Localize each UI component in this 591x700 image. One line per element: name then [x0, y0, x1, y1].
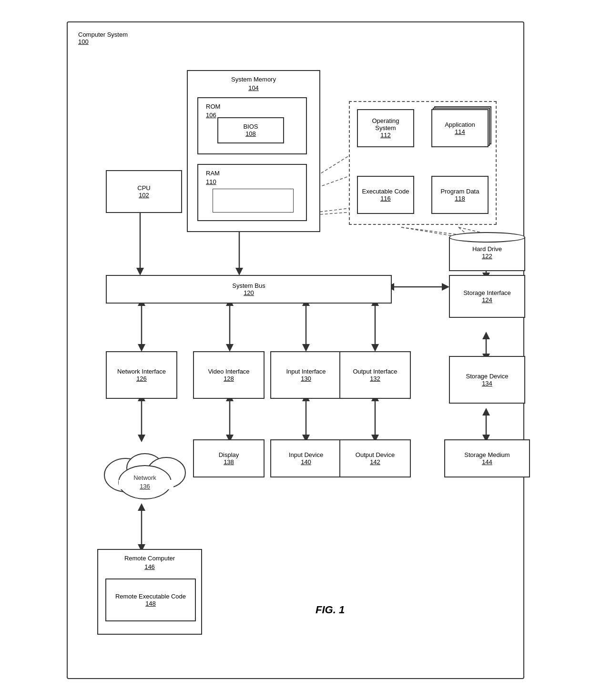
- ram-inner-box: [213, 189, 294, 213]
- figure-label: FIG. 1: [316, 604, 345, 616]
- executable-code-number: 116: [380, 195, 391, 202]
- output-device-number: 142: [370, 458, 380, 466]
- bios-number: 108: [245, 130, 256, 137]
- input-device-label: Input Device: [289, 451, 323, 458]
- storage-device-number: 134: [482, 380, 492, 387]
- input-device-number: 140: [301, 458, 311, 466]
- input-interface-label: Input Interface: [286, 368, 326, 375]
- system-bus-label: System Bus: [232, 282, 265, 289]
- output-device-box: Output Device 142: [339, 439, 411, 477]
- diagram-page: CPU Computer System 100: [67, 21, 524, 679]
- application-box: Application 114: [431, 109, 489, 147]
- svg-marker-11: [138, 344, 145, 352]
- svg-marker-23: [442, 283, 449, 291]
- output-interface-label: Output Interface: [353, 368, 397, 375]
- ram-label: RAM: [206, 170, 220, 177]
- svg-marker-14: [226, 344, 234, 352]
- hard-drive-label: Hard Drive: [472, 245, 502, 253]
- storage-device-label: Storage Device: [466, 373, 509, 380]
- bios-box: BIOS 108: [217, 117, 284, 143]
- video-interface-number: 128: [224, 375, 234, 382]
- storage-interface-number: 124: [482, 296, 492, 304]
- rom-box: ROM 106 BIOS 108: [197, 97, 307, 154]
- svg-marker-28: [482, 332, 490, 339]
- svg-marker-20: [371, 344, 379, 352]
- cpu-number: 102: [139, 192, 149, 199]
- diagram-title: CPU Computer System 100: [78, 31, 128, 45]
- os-box: Operating System 112: [357, 109, 414, 147]
- rom-label: ROM: [206, 103, 220, 110]
- svg-text:136: 136: [140, 483, 150, 490]
- network-interface-number: 126: [136, 375, 147, 382]
- input-interface-box: Input Interface 130: [270, 351, 342, 399]
- network-interface-box: Network Interface 126: [106, 351, 177, 399]
- svg-marker-46: [138, 503, 145, 511]
- hard-drive-container: Hard Drive 122: [449, 232, 525, 280]
- cpu-box: CPU 102: [106, 170, 182, 213]
- storage-device-box: Storage Device 134: [449, 356, 525, 404]
- remote-computer-number: 146: [144, 563, 155, 570]
- display-number: 138: [224, 458, 234, 466]
- output-device-label: Output Device: [356, 451, 395, 458]
- storage-medium-box: Storage Medium 144: [444, 439, 530, 477]
- svg-marker-8: [235, 268, 243, 275]
- storage-interface-box: Storage Interface 124: [449, 275, 525, 318]
- system-memory-number: 104: [248, 84, 259, 91]
- remote-executable-box: Remote Executable Code 148: [105, 578, 196, 621]
- hard-drive-label-container: Hard Drive 122: [450, 245, 524, 260]
- application-stack: Application 114: [431, 109, 489, 147]
- storage-medium-number: 144: [482, 458, 492, 466]
- display-label: Display: [219, 451, 239, 458]
- remote-computer-label: Remote Computer: [124, 555, 175, 562]
- video-interface-label: Video Interface: [208, 368, 249, 375]
- system-bus-box: System Bus 120: [106, 275, 392, 304]
- application-number: 114: [455, 128, 465, 135]
- application-label: Application: [445, 121, 475, 128]
- network-cloud-svg: Network 136: [97, 437, 193, 504]
- executable-code-box: Executable Code 116: [357, 176, 414, 214]
- remote-executable-number: 148: [145, 600, 156, 607]
- storage-medium-label: Storage Medium: [464, 451, 509, 458]
- hard-drive-number: 122: [482, 253, 492, 260]
- storage-interface-label: Storage Interface: [463, 289, 511, 296]
- system-memory-box: System Memory 104 ROM 106 BIOS 108 RAM 1…: [187, 70, 320, 232]
- title-number: 100: [78, 38, 89, 45]
- input-interface-number: 130: [301, 375, 311, 382]
- program-data-label: Program Data: [441, 188, 479, 195]
- os-label: Operating System: [362, 117, 409, 132]
- bios-label: BIOS: [243, 123, 258, 130]
- output-interface-number: 132: [370, 375, 380, 382]
- system-bus-number: 120: [244, 289, 254, 296]
- ram-number: 110: [206, 178, 216, 185]
- program-data-box: Program Data 118: [431, 176, 489, 214]
- svg-marker-5: [136, 268, 144, 275]
- software-group-box: Operating System 112 Application 114 Exe…: [349, 101, 497, 225]
- title-text: Computer System: [78, 31, 128, 38]
- svg-marker-17: [302, 344, 310, 352]
- network-interface-label: Network Interface: [117, 368, 166, 375]
- svg-text:Network: Network: [133, 474, 156, 481]
- rom-number: 106: [206, 112, 216, 119]
- os-number: 112: [380, 132, 391, 139]
- remote-computer-box: Remote Computer 146 Remote Executable Co…: [97, 549, 202, 635]
- hard-drive-top: [449, 232, 525, 243]
- program-data-number: 118: [455, 195, 465, 202]
- video-interface-box: Video Interface 128: [193, 351, 265, 399]
- ram-box: RAM 110: [197, 164, 307, 221]
- input-device-box: Input Device 140: [270, 439, 342, 477]
- display-box: Display 138: [193, 439, 265, 477]
- svg-marker-31: [482, 408, 490, 416]
- remote-executable-label: Remote Executable Code: [115, 593, 186, 600]
- output-interface-box: Output Interface 132: [339, 351, 411, 399]
- system-memory-label: System Memory: [231, 76, 276, 83]
- executable-code-label: Executable Code: [362, 188, 409, 195]
- cpu-label: CPU: [137, 184, 150, 192]
